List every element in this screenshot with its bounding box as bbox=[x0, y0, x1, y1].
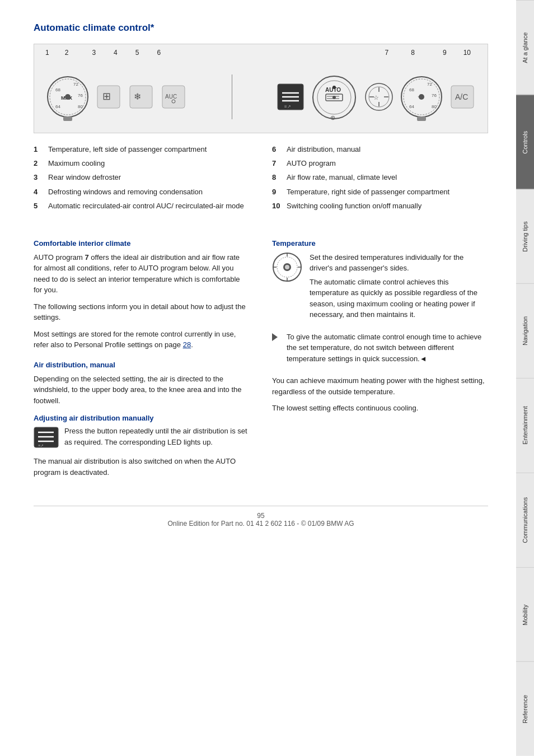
tab-entertainment[interactable]: Entertainment bbox=[516, 378, 534, 473]
auto-dial: AUTO ⊛ bbox=[309, 71, 359, 124]
comfortable-para-3: Most settings are stored for the remote … bbox=[34, 329, 250, 351]
temp-dial-icon bbox=[272, 252, 303, 283]
tab-communications[interactable]: Communications bbox=[516, 473, 534, 567]
num-6: 6 bbox=[157, 49, 161, 57]
svg-text:68: 68 bbox=[409, 87, 414, 92]
svg-text:80: 80 bbox=[432, 104, 437, 109]
temp-dial-right: 68 72 76 80 64 ✦ bbox=[399, 72, 444, 122]
svg-text:64: 64 bbox=[409, 104, 414, 109]
body-two-col: Comfortable interior climate AUTO progra… bbox=[34, 229, 488, 484]
left-panel: MAX 68 72 76 80 64 ⊞ ❄ bbox=[45, 72, 188, 122]
panel-divider bbox=[232, 74, 232, 119]
temp-para-2: The automatic climate control achieves t… bbox=[310, 277, 488, 320]
svg-text:☆: ☆ bbox=[373, 94, 379, 101]
adjusting-para-1: Press the button repeatedly until the ai… bbox=[64, 426, 250, 447]
svg-text:76: 76 bbox=[432, 93, 437, 98]
page-title: Automatic climate control* bbox=[34, 22, 488, 34]
air-dist-btn: ≡↗ bbox=[277, 83, 305, 111]
item-6: 6 Air distribution, manual bbox=[272, 144, 488, 155]
svg-point-58 bbox=[285, 265, 289, 269]
adjusting-air-block: ≡↗ Press the button repeatedly until the… bbox=[34, 426, 250, 450]
fan-dial: ☆ bbox=[364, 82, 395, 113]
svg-rect-12 bbox=[130, 86, 152, 108]
footer-text: Online Edition for Part no. 01 41 2 602 … bbox=[167, 520, 354, 528]
footer: 95 Online Edition for Part no. 01 41 2 6… bbox=[34, 506, 488, 528]
adjusting-air-header: Adjusting air distribution manually bbox=[34, 414, 250, 422]
svg-text:≡↗: ≡↗ bbox=[284, 104, 291, 109]
svg-text:68: 68 bbox=[55, 87, 60, 92]
svg-text:≡↗: ≡↗ bbox=[38, 444, 44, 447]
temp-para-3: You can achieve maximum heating power wi… bbox=[272, 375, 488, 397]
num-7: 7 bbox=[385, 49, 389, 57]
item-3: 3 Rear window defroster bbox=[34, 172, 250, 183]
comfortable-interior-header: Comfortable interior climate bbox=[34, 239, 250, 248]
air-distribution-header: Air distribution, manual bbox=[34, 361, 250, 369]
tab-driving-tips[interactable]: Driving tips bbox=[516, 189, 534, 284]
diagram-numbers: 1 2 3 4 5 6 7 8 9 10 bbox=[45, 49, 476, 57]
right-panel: ≡↗ AUTO ⊛ bbox=[277, 71, 476, 124]
svg-text:AUC: AUC bbox=[165, 94, 177, 100]
temp-para-4: The lowest setting effects continuous co… bbox=[272, 403, 488, 414]
page-number: 95 bbox=[257, 512, 264, 520]
item-9: 9 Temperature, right side of passenger c… bbox=[272, 187, 488, 197]
items-right-col: 6 Air distribution, manual 7 AUTO progra… bbox=[272, 144, 488, 215]
num-4: 4 bbox=[114, 49, 118, 57]
vent-icon: ≡↗ bbox=[34, 427, 59, 448]
tab-at-a-glance[interactable]: At a glance bbox=[516, 0, 534, 95]
ac-toggle-btn: A/C bbox=[448, 83, 476, 111]
adjusting-para-2: The manual air distribution is also swit… bbox=[34, 456, 250, 478]
items-left-col: 1 Temperature, left side of passenger co… bbox=[34, 144, 250, 215]
side-tabs: At a glance Controls Driving tips Naviga… bbox=[516, 0, 534, 756]
comfortable-para-2: The following sections inform you in det… bbox=[34, 301, 250, 323]
num-9: 9 bbox=[443, 49, 447, 57]
air-dist-para: Depending on the selected setting, the a… bbox=[34, 374, 250, 407]
item-1: 1 Temperature, left side of passenger co… bbox=[34, 144, 250, 155]
note-icon bbox=[272, 333, 278, 341]
svg-text:✦: ✦ bbox=[417, 92, 424, 101]
note-text: To give the automatic climate control en… bbox=[287, 332, 488, 365]
svg-point-28 bbox=[332, 86, 336, 89]
svg-rect-9 bbox=[63, 116, 72, 121]
svg-point-29 bbox=[332, 96, 336, 99]
temperature-header: Temperature bbox=[272, 239, 488, 248]
temp-para-1: Set the desired temperatures individuall… bbox=[310, 252, 488, 274]
num-3: 3 bbox=[92, 49, 96, 57]
main-content: Automatic climate control* 1 2 3 4 5 6 7… bbox=[0, 0, 516, 550]
svg-text:⊞: ⊞ bbox=[102, 91, 111, 102]
svg-text:A/C: A/C bbox=[455, 92, 468, 101]
tab-reference[interactable]: Reference bbox=[516, 661, 534, 756]
item-5: 5 Automatic recirculated-air control AUC… bbox=[34, 201, 250, 211]
svg-text:76: 76 bbox=[78, 93, 83, 98]
diagram-area: 1 2 3 4 5 6 7 8 9 10 MAX bbox=[34, 44, 488, 133]
svg-point-3 bbox=[65, 94, 71, 100]
numbers-right: 7 8 9 10 bbox=[385, 49, 471, 57]
svg-text:❄: ❄ bbox=[134, 92, 141, 101]
items-section: 1 Temperature, left side of passenger co… bbox=[34, 144, 488, 215]
temp-dial-left: MAX 68 72 76 80 64 bbox=[45, 72, 90, 122]
left-col: Comfortable interior climate AUTO progra… bbox=[34, 229, 250, 484]
svg-text:⊛: ⊛ bbox=[330, 114, 335, 121]
svg-rect-47 bbox=[417, 116, 426, 121]
right-col: Temperature Set the desired temperatures… bbox=[272, 229, 488, 484]
item-4: 4 Defrosting windows and removing conden… bbox=[34, 187, 250, 197]
num-2: 2 bbox=[65, 49, 69, 57]
tab-navigation[interactable]: Navigation bbox=[516, 283, 534, 378]
tab-mobility[interactable]: Mobility bbox=[516, 567, 534, 662]
page-link-28[interactable]: 28 bbox=[183, 340, 191, 349]
temp-icon-block: Set the desired temperatures individuall… bbox=[272, 252, 488, 326]
item-10: 10 Switching cooling function on/off man… bbox=[272, 201, 488, 211]
auc-btn: AUC bbox=[160, 83, 188, 111]
num-10: 10 bbox=[463, 49, 471, 57]
svg-text:72: 72 bbox=[73, 82, 78, 87]
rear-defroster-btn: ⊞ bbox=[95, 83, 123, 111]
item-7: 7 AUTO program bbox=[272, 158, 488, 169]
num-5: 5 bbox=[135, 49, 139, 57]
note-block: To give the automatic climate control en… bbox=[272, 332, 488, 370]
num-1: 1 bbox=[45, 49, 49, 57]
svg-text:72: 72 bbox=[427, 82, 432, 87]
svg-text:80: 80 bbox=[78, 104, 83, 109]
item-8: 8 Air flow rate, manual, climate level bbox=[272, 172, 488, 183]
tab-controls[interactable]: Controls bbox=[516, 95, 534, 189]
svg-text:64: 64 bbox=[55, 104, 60, 109]
comfortable-para-1: AUTO program 7 offers the ideal air dist… bbox=[34, 252, 250, 296]
